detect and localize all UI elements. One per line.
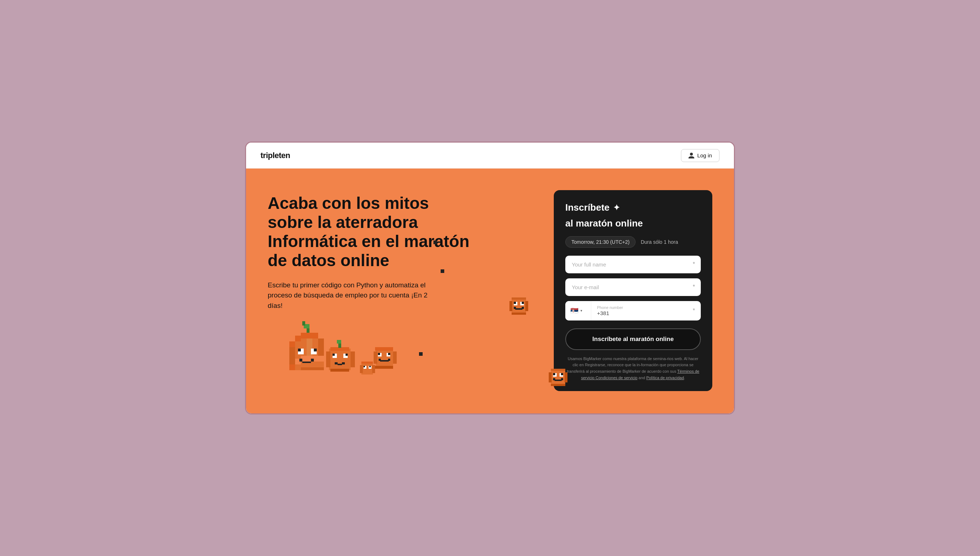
name-input-wrapper: * [565,256,701,273]
svg-rect-54 [364,366,365,367]
pixel-face-small-1 [509,296,529,318]
phone-label: Phone number [591,301,701,310]
svg-rect-8 [289,347,295,364]
full-name-input[interactable] [565,256,701,273]
svg-rect-68 [522,307,524,309]
form-title: Inscríbete ✦ al maratón online [565,202,701,230]
svg-rect-72 [551,369,565,371]
svg-rect-41 [375,366,393,369]
svg-rect-18 [302,362,311,363]
svg-rect-38 [374,351,377,364]
svg-rect-9 [289,364,295,370]
svg-rect-45 [388,353,390,355]
svg-rect-80 [561,378,563,380]
svg-rect-73 [551,384,565,386]
svg-rect-61 [512,313,526,315]
brand-logo: tripleten [261,151,290,160]
user-icon [688,152,694,159]
svg-rect-31 [345,354,348,356]
svg-rect-36 [337,340,341,344]
svg-rect-63 [514,302,516,304]
svg-rect-47 [379,359,381,361]
hero-section: Acaba con los mitos sobre la aterradora … [246,168,734,414]
svg-rect-67 [514,307,516,309]
svg-rect-12 [301,367,324,370]
svg-rect-48 [388,359,390,361]
event-duration: Dura sólo 1 hora [641,239,678,245]
phone-inner: Phone number +381 * [591,301,701,320]
svg-rect-65 [522,302,524,304]
svg-rect-69 [551,370,565,385]
svg-rect-23 [329,349,351,370]
svg-rect-75 [553,373,555,375]
hero-headline: Acaba con los mitos sobre la aterradora … [268,194,470,270]
svg-rect-66 [515,308,522,310]
svg-rect-1 [295,336,301,341]
svg-rect-35 [338,343,341,348]
navbar: tripleten Log in [246,142,734,168]
legal-text: Usamos BigMarker como nuestra plataforma… [565,356,701,381]
svg-rect-52 [361,362,373,364]
svg-rect-29 [332,354,335,356]
event-info: Tomorrow, 21:30 (UTC+2) Dura sólo 1 hora [565,236,701,248]
svg-rect-14 [298,349,301,351]
svg-rect-39 [393,351,397,364]
svg-rect-60 [512,297,526,300]
svg-rect-50 [360,365,363,373]
pixel-dot-3 [419,352,423,356]
pixel-dot-1 [433,241,437,244]
phone-value-display: +381 [591,310,701,320]
svg-rect-78 [554,380,562,381]
privacy-link[interactable]: Política de privacidad [646,376,684,380]
chevron-down-icon: ▾ [580,309,582,313]
country-flag: 🇷🇸 [570,307,578,315]
svg-rect-6 [318,338,324,356]
email-input[interactable] [565,278,701,296]
email-field-group: * [565,278,701,296]
event-time-badge: Tomorrow, 21:30 (UTC+2) [565,236,635,248]
phone-field-group: 🇷🇸 ▾ Phone number +381 * [565,301,701,320]
svg-rect-22 [302,321,305,325]
svg-rect-43 [378,353,380,355]
svg-rect-34 [342,362,345,364]
svg-rect-0 [289,341,295,347]
phone-required-mark: * [693,307,695,314]
login-button[interactable]: Log in [681,149,719,162]
svg-rect-32 [335,362,338,364]
pumpkin-svg [268,313,419,414]
svg-rect-25 [351,351,355,367]
email-input-wrapper: * [565,278,701,296]
name-field-group: * [565,256,701,273]
svg-rect-19 [311,359,314,362]
svg-rect-24 [326,351,330,367]
app-frame: tripleten Log in Acaba con los mitos sob… [245,142,735,414]
country-selector[interactable]: 🇷🇸 ▾ [565,301,591,320]
svg-rect-2 [301,333,318,338]
svg-rect-33 [338,364,342,365]
svg-rect-16 [314,349,317,351]
submit-button[interactable]: Inscríbete al maratón online [565,328,701,350]
svg-rect-56 [369,366,371,367]
signup-form-card: Inscríbete ✦ al maratón online Tomorrow,… [554,190,712,391]
svg-rect-10 [295,364,301,370]
hero-left: Acaba con los mitos sobre la aterradora … [268,190,539,325]
sparkle-icon: ✦ [613,203,620,213]
svg-rect-27 [330,369,349,372]
hero-subtext: Escribe tu primer código con Python y au… [268,280,433,311]
phone-wrapper: 🇷🇸 ▾ Phone number +381 * [565,301,701,320]
svg-rect-58 [509,301,512,311]
svg-rect-79 [553,378,555,380]
svg-rect-51 [372,365,375,373]
svg-rect-59 [525,301,528,311]
pixel-face-small-2 [548,367,568,389]
svg-rect-70 [549,372,552,382]
pixel-art-pumpkins [268,313,419,414]
svg-rect-40 [375,347,393,351]
svg-rect-77 [561,373,563,375]
pixel-dot-2 [441,269,444,273]
svg-rect-57 [512,299,526,313]
svg-rect-46 [380,360,389,362]
svg-rect-17 [300,359,302,362]
svg-rect-71 [565,372,567,382]
svg-rect-37 [376,349,393,366]
